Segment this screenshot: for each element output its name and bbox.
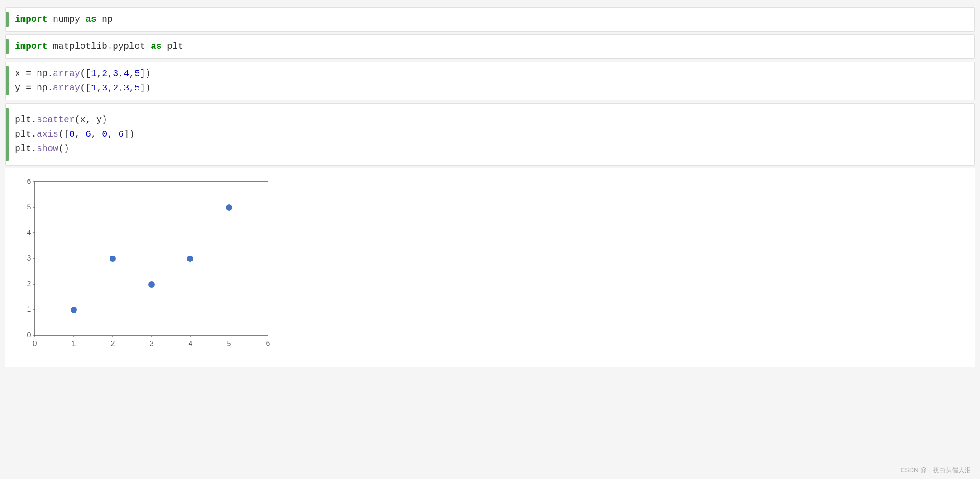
scatter-point-1 xyxy=(71,307,77,313)
svg-rect-0 xyxy=(35,182,268,336)
code-cell-2[interactable]: import matplotlib.pyplot as plt xyxy=(5,34,975,59)
cell-indicator-3 xyxy=(6,66,9,95)
code-cell-4[interactable]: plt.scatter(x, y) plt.axis([0, 6, 0, 6])… xyxy=(5,103,975,166)
watermark: CSDN @一夜白头催人泪 xyxy=(900,466,971,474)
code-content-2: import matplotlib.pyplot as plt xyxy=(15,39,968,54)
y-tick-6: 6 xyxy=(27,178,31,185)
y-tick-5: 5 xyxy=(27,203,31,211)
code-content-4: plt.scatter(x, y) plt.axis([0, 6, 0, 6])… xyxy=(15,108,968,161)
code-cell-3[interactable]: x = np.array([1,2,3,4,5]) y = np.array([… xyxy=(5,62,975,100)
code-content-1: import numpy as np xyxy=(15,12,968,27)
y-tick-1: 1 xyxy=(27,305,31,313)
keyword-import-1: import xyxy=(15,14,48,24)
x-tick-2: 2 xyxy=(111,340,115,347)
keyword-as-2: as xyxy=(151,41,162,52)
page-wrapper: import numpy as np import matplotlib.pyp… xyxy=(0,0,980,479)
cell-indicator-1 xyxy=(6,12,9,27)
chart-output: 0 1 2 3 4 5 6 0 1 2 3 4 5 xyxy=(5,168,975,367)
module-matplotlib: matplotlib.pyplot xyxy=(53,41,151,52)
module-numpy: numpy xyxy=(53,14,86,24)
code-cell-1[interactable]: import numpy as np xyxy=(5,7,975,32)
scatter-point-3 xyxy=(148,281,155,288)
scatter-point-5 xyxy=(226,204,232,211)
y-tick-0: 0 xyxy=(27,331,31,339)
scatter-plot-svg: 0 1 2 3 4 5 6 0 1 2 3 4 5 xyxy=(10,173,282,354)
x-tick-6: 6 xyxy=(266,340,270,347)
y-tick-2: 2 xyxy=(27,280,31,288)
x-tick-3: 3 xyxy=(150,340,154,347)
code-content-3: x = np.array([1,2,3,4,5]) y = np.array([… xyxy=(15,66,968,95)
cell-indicator-4 xyxy=(6,108,9,161)
alias-np: np xyxy=(96,14,113,24)
y-tick-4: 4 xyxy=(27,229,31,237)
x-tick-4: 4 xyxy=(189,340,193,347)
x-tick-1: 1 xyxy=(72,340,76,347)
keyword-import-2: import xyxy=(15,41,48,52)
scatter-point-4 xyxy=(187,256,193,262)
x-tick-0: 0 xyxy=(33,340,37,347)
y-tick-3: 3 xyxy=(27,254,31,262)
x-tick-5: 5 xyxy=(227,340,231,347)
alias-plt: plt xyxy=(162,41,183,52)
cell-indicator-2 xyxy=(6,39,9,54)
keyword-as-1: as xyxy=(86,14,96,24)
scatter-point-2 xyxy=(110,256,116,262)
